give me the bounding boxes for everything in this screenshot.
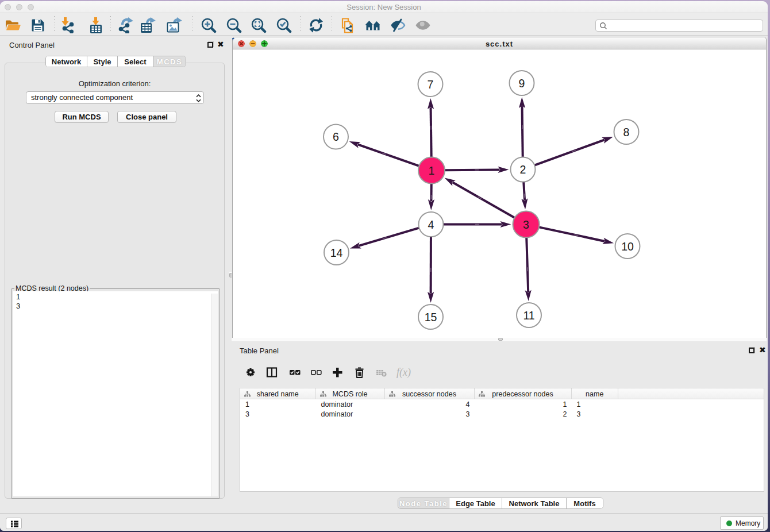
first-neighbors-button[interactable] [365, 17, 381, 33]
apply-layout-button[interactable] [308, 17, 324, 33]
split-view-button[interactable] [265, 366, 278, 379]
select-all-icon [288, 366, 301, 379]
mcds-result-text[interactable]: 1 3 [13, 291, 218, 496]
function-builder-button[interactable]: f(x) [396, 366, 415, 379]
tab-network[interactable]: Network [46, 56, 87, 67]
toolbar-separator [54, 16, 55, 33]
network-graph-canvas[interactable]: 1234678910111415 [233, 50, 766, 338]
export-table-button[interactable] [140, 17, 156, 33]
save-session-button[interactable] [30, 17, 46, 33]
tab-network-table[interactable]: Network Table [502, 498, 567, 508]
column-header-shared-name[interactable]: shared name [240, 388, 316, 399]
select-all-button[interactable] [288, 366, 301, 379]
zoom-in-button[interactable] [201, 17, 217, 33]
show-all-button[interactable] [415, 17, 431, 33]
import-table-button[interactable] [87, 17, 103, 33]
close-panel-button[interactable]: Close panel [117, 111, 176, 123]
tab-style[interactable]: Style [87, 56, 118, 67]
export-image-icon [166, 17, 182, 33]
import-network-button[interactable] [59, 17, 75, 33]
zoom-out-button[interactable] [226, 17, 242, 33]
column-header-successor-nodes[interactable]: successor nodes [385, 388, 475, 399]
edge-1-7[interactable] [431, 107, 432, 157]
edge-1-2[interactable] [445, 169, 500, 170]
node-label-10: 10 [621, 240, 634, 253]
zoom-in-icon [201, 17, 217, 33]
edge-4-14[interactable] [359, 228, 419, 246]
edge-2-9[interactable] [522, 106, 523, 157]
delete-column-button[interactable] [353, 366, 365, 379]
mcds-result-scrollbar[interactable] [211, 294, 218, 496]
node-label-15: 15 [425, 311, 437, 323]
cell-mcds_role: dominator [321, 400, 353, 408]
zoom-selected-icon [276, 17, 292, 33]
import-network-icon [59, 17, 75, 33]
column-header-label: shared name [240, 390, 315, 398]
cell-name: 1 [577, 400, 581, 408]
edge-3-10[interactable] [539, 227, 605, 241]
control-panel-tabs: NetworkStyleSelectMCDS [45, 56, 186, 67]
control-panel-close-button[interactable]: ✖ [217, 41, 224, 48]
column-header-name[interactable]: name [572, 388, 619, 399]
delete-table-icon [375, 366, 388, 379]
tab-node-table[interactable]: Node Table [398, 498, 449, 508]
table-panel: Table Panel ✖ f(x) shared nameMCDS roles… [232, 341, 767, 513]
window-title: Session: New Session [0, 3, 768, 11]
node-label-7: 7 [428, 78, 434, 91]
toolbar-separator [192, 16, 193, 33]
tab-select[interactable]: Select [118, 56, 153, 67]
status-bar: Memory [0, 513, 768, 531]
control-panel-float-button[interactable] [207, 42, 213, 48]
criterion-dropdown[interactable]: strongly connected component [26, 91, 204, 104]
node-label-3: 3 [523, 218, 529, 231]
tab-mcds[interactable]: MCDS [153, 56, 186, 67]
split-view-icon [265, 366, 278, 379]
divider-grip-horizontal[interactable] [498, 338, 503, 341]
search-input[interactable] [595, 20, 763, 32]
memory-label: Memory [736, 519, 760, 527]
settings-icon [244, 366, 257, 379]
optimization-criterion-label: Optimization criterion: [5, 79, 224, 88]
settings-button[interactable] [244, 366, 257, 379]
task-history-button[interactable] [6, 518, 22, 529]
memory-status-dot [726, 521, 732, 526]
hide-selected-icon [390, 17, 406, 33]
deselect-all-button[interactable] [310, 366, 322, 379]
memory-button[interactable]: Memory [720, 516, 764, 530]
network-window-title: scc.txt [233, 40, 766, 48]
edge-2-8[interactable] [534, 140, 605, 165]
tab-edge-table[interactable]: Edge Table [449, 498, 502, 508]
edge-3-11[interactable] [526, 237, 528, 292]
network-window-titlebar[interactable]: scc.txt [233, 37, 766, 49]
column-header-MCDS-role[interactable]: MCDS role [316, 388, 385, 399]
node-label-1: 1 [429, 164, 435, 177]
zoom-fit-button[interactable] [251, 17, 267, 33]
node-label-2: 2 [520, 163, 526, 176]
table-panel-close-button[interactable]: ✖ [759, 346, 766, 353]
export-image-button[interactable] [166, 17, 182, 33]
tab-motifs[interactable]: Motifs [567, 498, 603, 508]
table-panel-title: Table Panel [240, 346, 279, 355]
hide-selected-button[interactable] [390, 17, 406, 33]
open-file-button[interactable] [5, 17, 21, 33]
control-panel-title: Control Panel [9, 41, 55, 49]
new-network-from-selection-button[interactable] [340, 17, 356, 33]
zoom-selected-button[interactable] [276, 17, 292, 33]
table-panel-float-button[interactable] [749, 348, 754, 353]
toolbar-separator [332, 16, 332, 33]
first-neighbors-icon [365, 17, 381, 33]
zoom-out-icon [226, 17, 242, 33]
run-mcds-button[interactable]: Run MCDS [55, 111, 109, 123]
window-titlebar[interactable]: Session: New Session [0, 1, 768, 13]
cell-shared_name: 1 [245, 400, 249, 408]
table-row-1[interactable]: 1dominator411 [240, 400, 764, 410]
function-builder-icon: f(x) [396, 366, 415, 379]
export-network-button[interactable] [117, 17, 133, 33]
table-row-3[interactable]: 3dominator323 [240, 410, 764, 419]
add-column-button[interactable] [331, 366, 344, 379]
edge-1-6[interactable] [358, 144, 419, 165]
edge-3-1[interactable] [452, 182, 514, 218]
column-header-predecessor-nodes[interactable]: predecessor nodes [475, 388, 572, 399]
delete-table-button[interactable] [375, 366, 388, 379]
save-session-icon [30, 17, 46, 33]
